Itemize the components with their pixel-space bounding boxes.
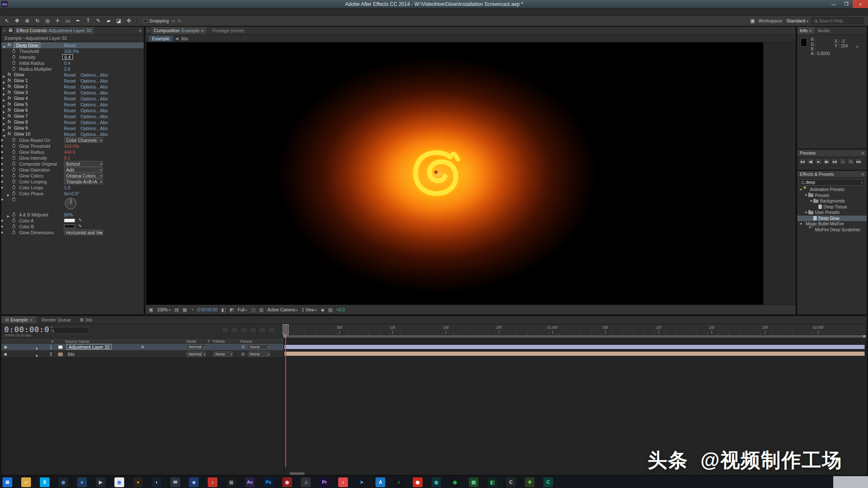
stopwatch-icon[interactable] [12, 213, 15, 216]
Glow[interactable]: fx Glow Reset Options... Abo [1, 72, 144, 78]
pan-behind-tool-icon[interactable]: ✛ [53, 17, 62, 25]
timeline-option-icon[interactable] [240, 327, 247, 333]
jd-icon[interactable]: ◉ [413, 477, 423, 487]
reset-link[interactable]: Reset [64, 102, 75, 107]
effect-deep-glow-header[interactable]: fx Deep Glow Reset [1, 42, 144, 48]
effect-property-row[interactable]: Color Loops 1.0 ✎ [1, 185, 144, 191]
play-button[interactable]: ▶ [815, 158, 822, 165]
effect-property-row[interactable]: Glow Dimensions Horizontal and Vert ✎ [1, 230, 144, 236]
twirl-icon[interactable] [799, 223, 803, 225]
minimize-button[interactable]: — [827, 0, 840, 8]
composition-viewport[interactable] [145, 42, 796, 305]
reset-link[interactable]: Reset [64, 114, 75, 119]
property-value[interactable]: 0.4 [62, 54, 73, 60]
app-icon-dark-1[interactable]: ◉ [58, 477, 68, 487]
puppet-pin-tool-icon[interactable]: ✜ [124, 17, 134, 25]
panel-menu-icon[interactable]: ≡ [862, 150, 864, 155]
show-desktop-area[interactable] [833, 476, 868, 488]
timeline-option-icon[interactable] [268, 327, 275, 333]
property-value[interactable]: 444.6 [64, 150, 75, 155]
timeline-button-icon[interactable]: ▨ [328, 307, 332, 313]
reset-link[interactable]: Reset [64, 78, 75, 83]
work-area-bar[interactable] [284, 335, 866, 338]
green-plus-icon[interactable]: ✚ [525, 477, 534, 487]
options-link[interactable]: Options... [81, 72, 100, 78]
blend-mode-dropdown[interactable]: Normal [186, 344, 206, 349]
Glow 3[interactable]: fx Glow 3 Reset Options... Abo [1, 90, 144, 96]
about-link[interactable]: Abo [100, 114, 108, 119]
twirl-icon[interactable] [809, 200, 813, 202]
stopwatch-icon[interactable] [12, 144, 15, 148]
twirl-icon[interactable] [1, 155, 3, 160]
viewer-prev-icon[interactable]: ◀ [175, 36, 178, 41]
timeline-option-icon[interactable] [231, 327, 238, 333]
panel-menu-icon[interactable]: ≡ [809, 28, 812, 33]
Glow 5[interactable]: fx Glow 5 Reset Options... Abo [1, 102, 144, 108]
mask-visibility-icon[interactable]: ▦ [183, 307, 187, 313]
recorder-icon[interactable]: ◉ [282, 477, 292, 487]
effect-property-row[interactable]: Color Phase 0x+0.0° ✎ [1, 191, 144, 197]
color-swatch[interactable] [64, 219, 75, 222]
twirl-icon[interactable] [1, 185, 3, 190]
twirl-icon[interactable] [1, 173, 3, 178]
twirl-icon[interactable] [1, 179, 3, 184]
photoshop-icon[interactable]: Ps [264, 477, 273, 487]
twirl-icon[interactable] [804, 212, 808, 214]
snap-to-grid-icon[interactable]: ▱ [172, 18, 175, 24]
source-name-column[interactable]: Source Name [65, 339, 89, 344]
twirl-icon[interactable] [1, 143, 3, 148]
selection-tool-icon[interactable]: ↖ [2, 17, 11, 25]
stopwatch-icon[interactable] [12, 55, 15, 59]
effect-property-row[interactable]: A & B Midpoint 50% ✎ [1, 212, 144, 218]
effect-property-row[interactable]: Color A ✎ [1, 218, 144, 224]
chrome-icon[interactable]: ◉ [114, 477, 124, 487]
parent-dropdown[interactable]: None [248, 352, 270, 357]
timeline-tab-example[interactable]: Example≡ [1, 316, 36, 324]
ram-preview-button[interactable]: ▶▶ [855, 158, 862, 165]
reset-link[interactable]: Reset [64, 43, 75, 48]
twirl-icon[interactable] [799, 189, 803, 191]
time-ruler[interactable]: 05f10f15f20f01:00f05f10f15f20f02:00f [284, 324, 866, 335]
property-value[interactable]: 0.1 [64, 155, 70, 161]
stopwatch-icon[interactable] [12, 225, 15, 228]
reset-link[interactable]: Reset [64, 84, 75, 89]
property-value[interactable]: Triangle A>B>A [64, 179, 103, 184]
qqmusic-icon[interactable]: ♬ [394, 477, 404, 487]
layer-name[interactable]: 3ds [67, 352, 75, 357]
qq-icon[interactable]: ◗ [152, 477, 161, 487]
current-time-display[interactable]: 0:00:00:00 [4, 325, 54, 334]
property-value[interactable]: Add [64, 167, 103, 172]
rotation-tool-icon[interactable]: ↻ [33, 17, 42, 25]
fx-icon[interactable]: fx [8, 119, 11, 124]
tree-item-animation-presets[interactable]: Animation Presets [797, 187, 867, 193]
skype-icon[interactable]: S [40, 477, 50, 487]
property-value[interactable]: Original Colors [64, 173, 103, 178]
fx-icon[interactable]: fx [8, 114, 11, 118]
type-tool-icon[interactable]: T [83, 17, 93, 25]
panel-menu-icon[interactable]: ≡ [201, 28, 204, 33]
twirl-icon[interactable] [1, 137, 3, 142]
excel-icon[interactable]: ▤ [469, 477, 479, 487]
fx-icon[interactable]: fx [8, 42, 11, 47]
angle-dial[interactable] [65, 198, 76, 209]
options-link[interactable]: Options... [81, 120, 100, 125]
clear-search-icon[interactable]: × [861, 180, 863, 185]
reset-link[interactable]: Reset [64, 90, 75, 95]
layer-duration-bar-1[interactable] [284, 344, 865, 349]
footage-tab[interactable]: Footage (none) [212, 28, 244, 33]
property-value[interactable]: Color Channels [64, 137, 103, 143]
tree-item-deep-tissue[interactable]: Deep Tissue [797, 204, 867, 210]
app-icon-dark-2[interactable]: ▣ [226, 477, 236, 487]
after-effects-icon[interactable]: Ae [245, 477, 255, 487]
about-link[interactable]: Abo [100, 102, 108, 107]
eye-icon[interactable]: ◉ [4, 345, 7, 349]
options-link[interactable]: Options... [81, 108, 100, 113]
property-value[interactable]: 100.0% [64, 49, 79, 54]
timeline-horizontal-scrollbar[interactable] [289, 472, 305, 475]
eyedropper-icon[interactable]: ✎ [78, 224, 82, 228]
tree-item-user-presets[interactable]: User Presets [797, 210, 867, 216]
parent-pickwhip-icon[interactable]: @ [241, 345, 245, 349]
fx-icon[interactable]: fx [8, 108, 11, 112]
app-icon-dark-4[interactable]: ➤ [357, 477, 367, 487]
Glow 2[interactable]: fx Glow 2 Reset Options... Abo [1, 84, 144, 90]
